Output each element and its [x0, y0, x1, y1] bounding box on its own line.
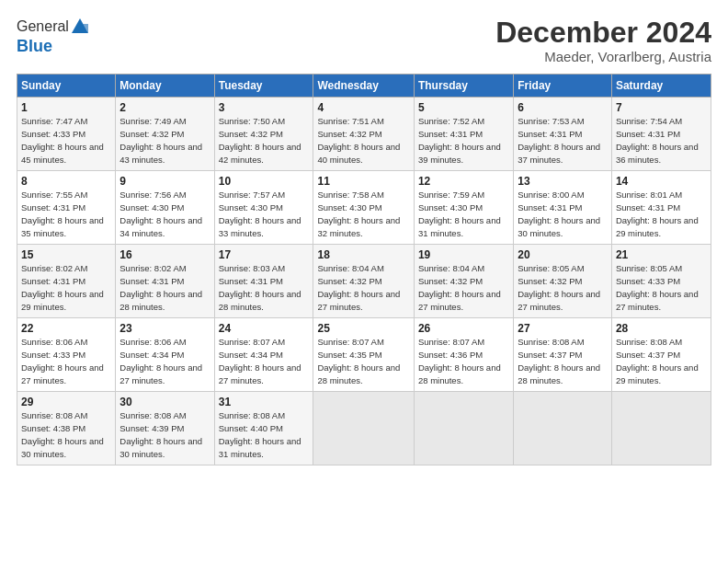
- day-info: Sunrise: 7:56 AMSunset: 4:30 PMDaylight:…: [119, 190, 202, 237]
- calendar-subtitle: Maeder, Vorarlberg, Austria: [495, 49, 711, 64]
- day-number: 13: [518, 175, 608, 188]
- table-cell: [514, 392, 612, 465]
- day-info: Sunrise: 8:07 AMSunset: 4:35 PMDaylight:…: [317, 337, 400, 385]
- table-cell: 14 Sunrise: 8:01 AMSunset: 4:31 PMDaylig…: [611, 171, 711, 245]
- day-info: Sunrise: 7:52 AMSunset: 4:31 PMDaylight:…: [418, 116, 501, 164]
- day-info: Sunrise: 8:08 AMSunset: 4:38 PMDaylight:…: [21, 410, 104, 458]
- day-number: 23: [119, 322, 210, 335]
- day-info: Sunrise: 7:57 AMSunset: 4:30 PMDaylight:…: [219, 190, 301, 237]
- table-cell: 10 Sunrise: 7:57 AMSunset: 4:30 PMDaylig…: [214, 171, 313, 245]
- day-info: Sunrise: 7:50 AMSunset: 4:32 PMDaylight:…: [219, 116, 301, 164]
- table-cell: [414, 392, 513, 465]
- day-number: 12: [418, 175, 509, 188]
- logo-icon: [70, 17, 90, 37]
- table-cell: 4 Sunrise: 7:51 AMSunset: 4:32 PMDayligh…: [313, 98, 414, 171]
- table-cell: 22 Sunrise: 8:06 AMSunset: 4:33 PMDaylig…: [17, 318, 116, 392]
- week-row-3: 15 Sunrise: 8:02 AMSunset: 4:31 PMDaylig…: [17, 245, 711, 318]
- day-number: 27: [518, 322, 608, 335]
- col-saturday: Saturday: [611, 75, 711, 98]
- day-number: 24: [219, 322, 310, 335]
- day-info: Sunrise: 7:54 AMSunset: 4:31 PMDaylight:…: [616, 116, 699, 164]
- week-row-1: 1 Sunrise: 7:47 AMSunset: 4:33 PMDayligh…: [17, 98, 711, 171]
- day-info: Sunrise: 7:55 AMSunset: 4:31 PMDaylight:…: [21, 190, 104, 237]
- day-number: 15: [21, 248, 111, 261]
- day-number: 31: [219, 396, 310, 408]
- table-cell: 20 Sunrise: 8:05 AMSunset: 4:32 PMDaylig…: [514, 245, 612, 318]
- week-row-2: 8 Sunrise: 7:55 AMSunset: 4:31 PMDayligh…: [17, 171, 711, 245]
- title-block: December 2024 Maeder, Vorarlberg, Austri…: [495, 17, 711, 64]
- table-cell: 13 Sunrise: 8:00 AMSunset: 4:31 PMDaylig…: [514, 171, 612, 245]
- day-number: 26: [418, 322, 509, 335]
- table-cell: 28 Sunrise: 8:08 AMSunset: 4:37 PMDaylig…: [611, 318, 711, 392]
- table-cell: [313, 392, 414, 465]
- day-info: Sunrise: 8:05 AMSunset: 4:33 PMDaylight:…: [616, 263, 699, 311]
- day-number: 19: [418, 248, 509, 261]
- table-cell: 11 Sunrise: 7:58 AMSunset: 4:30 PMDaylig…: [313, 171, 414, 245]
- table-cell: 9 Sunrise: 7:56 AMSunset: 4:30 PMDayligh…: [116, 171, 214, 245]
- table-cell: 16 Sunrise: 8:02 AMSunset: 4:31 PMDaylig…: [116, 245, 214, 318]
- day-number: 7: [616, 101, 707, 114]
- day-number: 14: [616, 175, 707, 188]
- day-info: Sunrise: 8:08 AMSunset: 4:37 PMDaylight:…: [616, 337, 699, 385]
- day-info: Sunrise: 8:08 AMSunset: 4:37 PMDaylight:…: [518, 337, 600, 385]
- day-info: Sunrise: 8:01 AMSunset: 4:31 PMDaylight:…: [616, 190, 699, 237]
- table-cell: 5 Sunrise: 7:52 AMSunset: 4:31 PMDayligh…: [414, 98, 513, 171]
- day-number: 21: [616, 248, 707, 261]
- table-cell: 27 Sunrise: 8:08 AMSunset: 4:37 PMDaylig…: [514, 318, 612, 392]
- day-number: 1: [21, 101, 111, 114]
- logo-blue-text: Blue: [17, 37, 52, 55]
- table-cell: 18 Sunrise: 8:04 AMSunset: 4:32 PMDaylig…: [313, 245, 414, 318]
- day-info: Sunrise: 8:03 AMSunset: 4:31 PMDaylight:…: [219, 263, 301, 311]
- table-cell: [611, 392, 711, 465]
- day-info: Sunrise: 8:07 AMSunset: 4:36 PMDaylight:…: [418, 337, 501, 385]
- day-info: Sunrise: 8:02 AMSunset: 4:31 PMDaylight:…: [21, 263, 104, 311]
- col-tuesday: Tuesday: [214, 75, 313, 98]
- table-cell: 30 Sunrise: 8:08 AMSunset: 4:39 PMDaylig…: [116, 392, 214, 465]
- day-number: 17: [219, 248, 310, 261]
- day-number: 8: [21, 175, 111, 188]
- table-cell: 31 Sunrise: 8:08 AMSunset: 4:40 PMDaylig…: [214, 392, 313, 465]
- table-cell: 7 Sunrise: 7:54 AMSunset: 4:31 PMDayligh…: [611, 98, 711, 171]
- col-sunday: Sunday: [17, 75, 116, 98]
- table-cell: 2 Sunrise: 7:49 AMSunset: 4:32 PMDayligh…: [116, 98, 214, 171]
- day-info: Sunrise: 8:05 AMSunset: 4:32 PMDaylight:…: [518, 263, 600, 311]
- table-cell: 8 Sunrise: 7:55 AMSunset: 4:31 PMDayligh…: [17, 171, 116, 245]
- page: General Blue December 2024 Maeder, Vorar…: [0, 0, 728, 563]
- day-number: 4: [317, 101, 409, 114]
- day-info: Sunrise: 7:53 AMSunset: 4:31 PMDaylight:…: [518, 116, 600, 164]
- day-number: 30: [119, 396, 210, 408]
- header: General Blue December 2024 Maeder, Vorar…: [17, 17, 711, 64]
- table-cell: 12 Sunrise: 7:59 AMSunset: 4:30 PMDaylig…: [414, 171, 513, 245]
- table-cell: 23 Sunrise: 8:06 AMSunset: 4:34 PMDaylig…: [116, 318, 214, 392]
- day-info: Sunrise: 8:06 AMSunset: 4:34 PMDaylight:…: [119, 337, 202, 385]
- logo-general-text: General: [17, 18, 69, 35]
- week-row-5: 29 Sunrise: 8:08 AMSunset: 4:38 PMDaylig…: [17, 392, 711, 465]
- day-number: 6: [518, 101, 608, 114]
- week-row-4: 22 Sunrise: 8:06 AMSunset: 4:33 PMDaylig…: [17, 318, 711, 392]
- day-info: Sunrise: 8:00 AMSunset: 4:31 PMDaylight:…: [518, 190, 600, 237]
- day-info: Sunrise: 8:02 AMSunset: 4:31 PMDaylight:…: [119, 263, 202, 311]
- table-cell: 21 Sunrise: 8:05 AMSunset: 4:33 PMDaylig…: [611, 245, 711, 318]
- day-number: 3: [219, 101, 310, 114]
- table-cell: 1 Sunrise: 7:47 AMSunset: 4:33 PMDayligh…: [17, 98, 116, 171]
- day-number: 16: [119, 248, 210, 261]
- day-number: 29: [21, 396, 111, 408]
- logo: General Blue: [17, 17, 90, 56]
- col-friday: Friday: [514, 75, 612, 98]
- day-info: Sunrise: 7:59 AMSunset: 4:30 PMDaylight:…: [418, 190, 501, 237]
- day-info: Sunrise: 7:51 AMSunset: 4:32 PMDaylight:…: [317, 116, 400, 164]
- day-number: 11: [317, 175, 409, 188]
- table-cell: 24 Sunrise: 8:07 AMSunset: 4:34 PMDaylig…: [214, 318, 313, 392]
- table-cell: 3 Sunrise: 7:50 AMSunset: 4:32 PMDayligh…: [214, 98, 313, 171]
- col-monday: Monday: [116, 75, 214, 98]
- col-thursday: Thursday: [414, 75, 513, 98]
- table-cell: 6 Sunrise: 7:53 AMSunset: 4:31 PMDayligh…: [514, 98, 612, 171]
- day-number: 20: [518, 248, 608, 261]
- day-info: Sunrise: 8:08 AMSunset: 4:40 PMDaylight:…: [219, 410, 301, 458]
- day-info: Sunrise: 8:06 AMSunset: 4:33 PMDaylight:…: [21, 337, 104, 385]
- table-cell: 19 Sunrise: 8:04 AMSunset: 4:32 PMDaylig…: [414, 245, 513, 318]
- day-info: Sunrise: 7:47 AMSunset: 4:33 PMDaylight:…: [21, 116, 104, 164]
- day-info: Sunrise: 8:07 AMSunset: 4:34 PMDaylight:…: [219, 337, 301, 385]
- table-cell: 25 Sunrise: 8:07 AMSunset: 4:35 PMDaylig…: [313, 318, 414, 392]
- table-cell: 17 Sunrise: 8:03 AMSunset: 4:31 PMDaylig…: [214, 245, 313, 318]
